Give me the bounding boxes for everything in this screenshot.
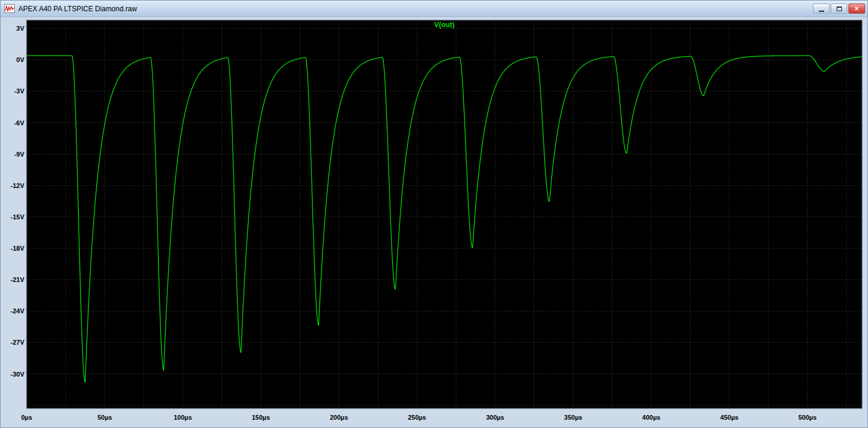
maximize-icon	[837, 7, 842, 11]
y-tick-label: -6V	[14, 119, 25, 127]
x-tick-label: 150µs	[251, 414, 270, 421]
y-tick-label: -18V	[11, 245, 25, 252]
y-tick-label: -9V	[14, 151, 25, 158]
window-controls: ✕	[813, 4, 865, 14]
window-title: APEX A40 PA LTSPICE Diamond.raw	[18, 5, 137, 13]
y-tick-label: -15V	[11, 213, 25, 221]
x-tick-label: 350µs	[564, 414, 582, 421]
plot-title[interactable]: V(out)	[434, 21, 455, 29]
close-button[interactable]: ✕	[848, 4, 865, 14]
y-tick-label: -27V	[11, 339, 25, 346]
y-tick-label: -30V	[11, 371, 25, 378]
titlebar[interactable]: APEX A40 PA LTSPICE Diamond.raw ✕	[1, 1, 867, 17]
x-tick-label: 500µs	[798, 414, 817, 421]
plot-area[interactable]	[27, 20, 862, 408]
waveform-plot[interactable]: 0µs50µs100µs150µs200µs250µs300µs350µs400…	[1, 17, 868, 428]
plot-pane: 0µs50µs100µs150µs200µs250µs300µs350µs400…	[1, 17, 867, 427]
y-tick-label: 3V	[17, 25, 25, 32]
minimize-icon	[819, 11, 824, 12]
x-tick-label: 300µs	[486, 414, 504, 421]
close-icon: ✕	[854, 6, 859, 12]
x-tick-label: 50µs	[98, 414, 112, 421]
minimize-button[interactable]	[813, 4, 830, 14]
y-tick-label: 0V	[17, 56, 25, 63]
ltspice-waveform-window: APEX A40 PA LTSPICE Diamond.raw ✕ 0µs50µ…	[0, 0, 868, 428]
x-tick-label: 200µs	[330, 414, 348, 421]
x-tick-label: 450µs	[720, 414, 738, 421]
y-tick-label: -24V	[11, 307, 25, 314]
y-tick-label: -12V	[11, 182, 25, 189]
maximize-button[interactable]	[831, 4, 847, 14]
x-tick-label: 400µs	[642, 414, 660, 421]
y-tick-label: -21V	[11, 276, 25, 283]
x-tick-label: 100µs	[173, 414, 192, 421]
app-icon	[4, 4, 15, 13]
y-tick-label: -3V	[14, 87, 25, 95]
x-tick-label: 250µs	[408, 414, 426, 421]
x-tick-label: 0µs	[21, 414, 33, 421]
